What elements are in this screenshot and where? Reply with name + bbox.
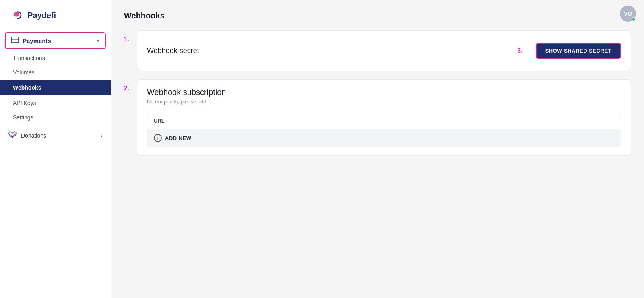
section-number-2: 2. <box>124 79 132 92</box>
page-title: Webhooks <box>124 11 165 21</box>
subscription-title: Webhook subscription <box>147 88 621 97</box>
section-webhook-secret: 1. Webhook secret 3. SHOW SHARED SECRET <box>124 30 631 71</box>
sidebar-item-volumes[interactable]: Volumes <box>0 65 111 80</box>
webhook-subscription-card: Webhook subscription No endpoints, pleas… <box>137 79 631 156</box>
url-column-header: URL <box>147 113 621 129</box>
webhook-secret-card: Webhook secret 3. SHOW SHARED SECRET <box>137 30 631 71</box>
user-avatar-area[interactable]: VO <box>620 6 636 22</box>
payments-label: Payments <box>23 37 93 44</box>
section-webhook-subscription: 2. Webhook subscription No endpoints, pl… <box>124 79 631 156</box>
url-table: URL + ADD NEW <box>147 113 621 147</box>
donations-icon <box>8 130 17 140</box>
sidebar: Paydefi Payments ▾ Transactions Volumes … <box>0 0 111 298</box>
add-icon: + <box>154 134 162 142</box>
sidebar-item-api-keys[interactable]: API Keys <box>0 96 111 110</box>
add-new-row[interactable]: + ADD NEW <box>147 129 621 147</box>
user-avatar[interactable]: VO <box>620 6 636 22</box>
payments-icon <box>11 37 19 44</box>
paydefi-logo-icon <box>10 8 24 23</box>
payments-menu[interactable]: Payments ▾ <box>5 32 106 49</box>
add-new-label: ADD NEW <box>165 135 192 141</box>
sidebar-item-webhooks[interactable]: Webhooks <box>0 80 111 95</box>
sidebar-item-donations[interactable]: Donations › <box>0 126 111 144</box>
main-content: Webhooks 1. Webhook secret 3. SHOW SHARE… <box>111 0 644 298</box>
logo-area: Paydefi <box>0 0 111 31</box>
sidebar-item-settings[interactable]: Settings <box>0 110 111 125</box>
webhook-secret-title: Webhook secret <box>147 47 199 55</box>
sidebar-item-transactions[interactable]: Transactions <box>0 51 111 65</box>
section-number-1: 1. <box>124 30 132 43</box>
logo-text: Paydefi <box>27 11 56 20</box>
online-status-dot <box>632 17 636 21</box>
show-shared-secret-button[interactable]: SHOW SHARED SECRET <box>536 43 621 59</box>
page-header: Webhooks <box>124 11 631 21</box>
chevron-right-icon: › <box>101 133 103 138</box>
avatar-initials: VO <box>624 10 632 17</box>
svg-rect-2 <box>11 39 19 40</box>
step-number-3: 3. <box>517 47 522 54</box>
subscription-subtitle: No endpoints, please add <box>147 99 621 105</box>
chevron-down-icon: ▾ <box>97 38 99 43</box>
donations-label: Donations <box>21 132 97 139</box>
